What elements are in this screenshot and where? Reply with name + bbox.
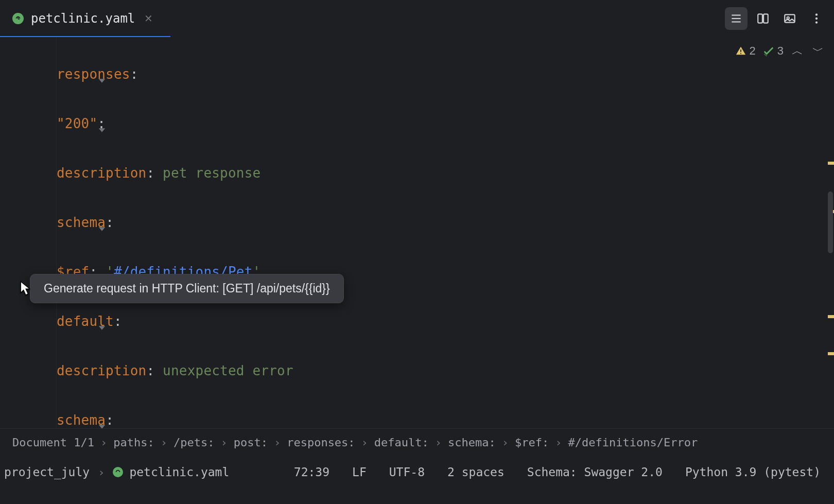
openapi-file-icon — [12, 13, 24, 24]
svg-point-8 — [815, 17, 818, 19]
preview-button[interactable] — [778, 7, 801, 30]
svg-rect-10 — [740, 49, 741, 52]
mouse-cursor-icon — [20, 281, 32, 299]
reader-mode-button[interactable] — [725, 7, 748, 30]
split-view-button[interactable] — [752, 7, 774, 30]
crumb[interactable]: /pets: — [168, 436, 219, 449]
file-encoding[interactable]: UTF-8 — [389, 465, 425, 479]
fold-icon[interactable] — [97, 217, 107, 242]
crumb[interactable]: $ref: — [510, 436, 554, 449]
fold-icon[interactable] — [97, 69, 107, 94]
next-highlight-icon[interactable]: ﹀ — [811, 43, 825, 59]
svg-point-9 — [815, 21, 818, 23]
weak-warnings-badge[interactable]: 3 — [763, 44, 784, 58]
crumb[interactable]: paths: — [108, 436, 159, 449]
editor[interactable]: 2 3 ︿ ﹀ responses: "200": description: p… — [0, 37, 834, 428]
schema[interactable]: Schema: Swagger 2.0 — [527, 465, 663, 479]
svg-rect-3 — [758, 14, 762, 23]
fold-icon[interactable] — [97, 415, 107, 428]
openapi-file-icon — [113, 467, 123, 477]
prev-highlight-icon[interactable]: ︿ — [791, 43, 804, 59]
status-file[interactable]: petclinic.yaml — [129, 465, 229, 479]
fold-icon[interactable] — [97, 118, 107, 143]
indent[interactable]: 2 spaces — [447, 465, 505, 479]
tab-label: petclinic.yaml — [31, 11, 135, 26]
status-bar: project_july › petclinic.yaml 72:39 LF U… — [0, 456, 834, 488]
close-icon[interactable]: ✕ — [142, 10, 155, 27]
breadcrumb: Document 1/1› paths:› /pets:› post:› res… — [0, 428, 834, 456]
svg-rect-11 — [740, 53, 741, 54]
code-content[interactable]: responses: "200": description: pet respo… — [57, 37, 834, 428]
crumb[interactable]: #/definitions/Error — [563, 436, 703, 449]
gutter-tooltip: Generate request in HTTP Client: [GET] /… — [30, 274, 344, 303]
project-name[interactable]: project_july — [4, 465, 90, 479]
inspection-widget[interactable]: 2 3 ︿ ﹀ — [735, 43, 825, 59]
caret-position[interactable]: 72:39 — [294, 465, 329, 479]
crumb[interactable]: default: — [369, 436, 434, 449]
warnings-badge[interactable]: 2 — [735, 44, 756, 58]
gutter — [0, 37, 57, 428]
interpreter[interactable]: Python 3.9 (pytest) — [685, 465, 821, 479]
tab-bar: petclinic.yaml ✕ — [0, 0, 834, 37]
crumb[interactable]: responses: — [282, 436, 360, 449]
fold-icon[interactable] — [97, 316, 107, 341]
tab-petclinic[interactable]: petclinic.yaml ✕ — [0, 0, 165, 37]
line-separator[interactable]: LF — [352, 465, 367, 479]
crumb[interactable]: Document 1/1 — [7, 436, 99, 449]
svg-point-7 — [815, 13, 818, 15]
crumb[interactable]: post: — [229, 436, 273, 449]
crumb[interactable]: schema: — [443, 436, 501, 449]
svg-rect-4 — [763, 14, 768, 23]
more-icon[interactable] — [805, 7, 828, 30]
